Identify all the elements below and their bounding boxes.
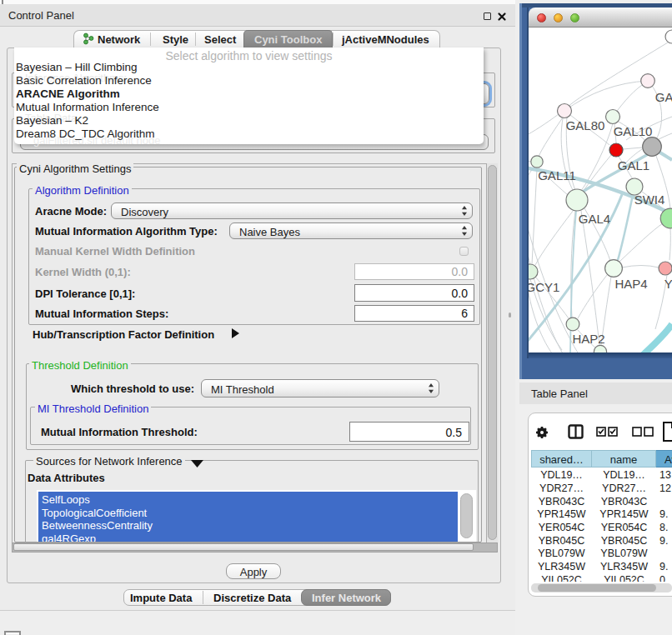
svg-text:GCY1: GCY1 [529, 280, 559, 294]
svg-text:GAL80: GAL80 [566, 118, 605, 132]
svg-text:SWI4: SWI4 [634, 192, 665, 207]
svg-text:GAL10: GAL10 [614, 124, 653, 138]
svg-text:HAP2: HAP2 [572, 332, 604, 346]
svg-text:GAL1: GAL1 [618, 158, 649, 172]
svg-text:GAL11: GAL11 [538, 168, 576, 182]
svg-text:GAL7: GAL7 [655, 90, 672, 104]
svg-text:HAP4: HAP4 [614, 277, 647, 291]
svg-text:YEL: YEL [664, 277, 672, 291]
svg-text:GAL4: GAL4 [579, 212, 610, 226]
